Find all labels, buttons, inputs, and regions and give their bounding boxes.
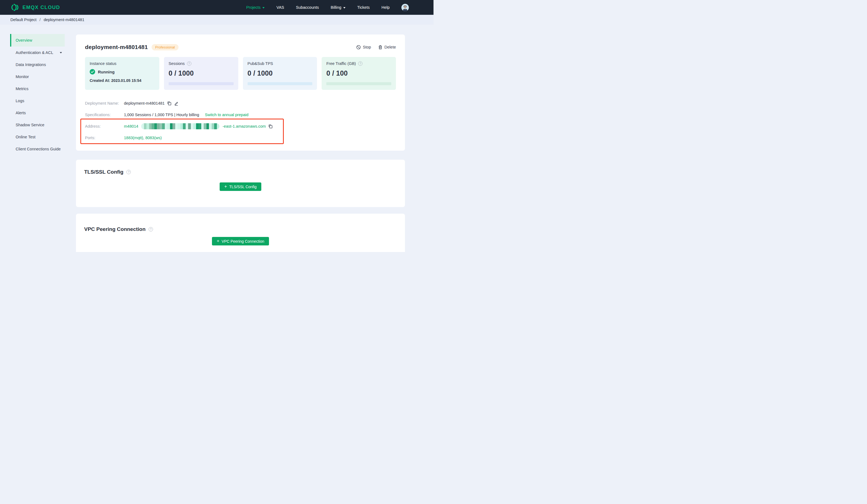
deployment-name-value: deployment-m4801481 xyxy=(124,101,164,106)
vpc-peering-title: VPC Peering Connection xyxy=(84,226,146,232)
nav-item-billing[interactable]: Billing xyxy=(331,5,345,10)
edit-icon[interactable] xyxy=(174,101,179,106)
chevron-down-icon xyxy=(263,7,265,9)
page-title: deployment-m4801481 xyxy=(85,44,148,51)
nav-item-subaccounts[interactable]: Subaccounts xyxy=(296,5,319,10)
tls-ssl-section: TLS/SSL Config ? + TLS/SSL Config xyxy=(76,160,405,207)
sessions-progress-bar xyxy=(169,82,234,85)
sidebar-nav: Overview Authentication & ACL Data Integ… xyxy=(10,25,65,155)
chevron-down-icon xyxy=(343,7,345,9)
sessions-card: Sessions ? 0 / 1000 xyxy=(164,57,238,90)
ports-label: Ports: xyxy=(85,135,124,140)
nav-item-tickets[interactable]: Tickets xyxy=(357,5,370,10)
nav-menu: Projects VAS Subaccounts Billing Tickets… xyxy=(246,4,409,11)
sessions-label: Sessions xyxy=(169,61,185,66)
delete-button[interactable]: Delete xyxy=(378,45,396,50)
plus-icon: + xyxy=(224,184,227,189)
user-avatar[interactable] xyxy=(402,4,409,11)
nav-item-help[interactable]: Help xyxy=(382,5,389,10)
deployment-name-label: Deployment Name: xyxy=(85,101,124,106)
stop-button[interactable]: Stop xyxy=(356,45,371,50)
specifications-label: Specifications: xyxy=(85,112,124,117)
specifications-value: 1,000 Sessions / 1,000 TPS | Hourly bill… xyxy=(124,112,199,117)
sidebar-item-alerts[interactable]: Alerts xyxy=(10,107,65,119)
vpc-peering-section: VPC Peering Connection ? + VPC Peering C… xyxy=(76,213,405,252)
ports-row: Ports: 1883(mqtt), 8083(ws) xyxy=(85,132,396,143)
breadcrumb-separator: / xyxy=(40,18,41,22)
specifications-row: Specifications: 1,000 Sessions / 1,000 T… xyxy=(85,109,396,121)
sessions-value: 0 / 1000 xyxy=(169,69,234,77)
sidebar-item-overview[interactable]: Overview xyxy=(10,34,65,46)
sidebar-item-metrics[interactable]: Metrics xyxy=(10,83,65,95)
emqx-logo[interactable]: EMQX CLOUD xyxy=(10,3,60,11)
instance-status-card: Instance status Running Created At: 2023… xyxy=(85,57,159,90)
sidebar-item-authentication-acl[interactable]: Authentication & ACL xyxy=(10,46,65,59)
add-tls-ssl-config-button[interactable]: + TLS/SSL Config xyxy=(220,183,261,191)
brand-name: EMQX CLOUD xyxy=(22,5,60,10)
help-icon[interactable]: ? xyxy=(126,170,131,174)
free-traffic-progress-bar xyxy=(326,82,391,85)
stop-icon xyxy=(356,45,361,50)
deployment-overview-card: deployment-m4801481 Professional Stop xyxy=(76,34,405,151)
add-vpc-peering-button[interactable]: + VPC Peering Connection xyxy=(212,237,269,245)
free-traffic-label: Free Traffic (GB) xyxy=(326,61,356,66)
sidebar-item-client-connections-guide[interactable]: Client Connections Guide xyxy=(10,143,65,155)
copy-icon[interactable] xyxy=(167,101,172,106)
plan-badge: Professional xyxy=(152,44,179,51)
breadcrumb: Default Project / deployment-m4801481 xyxy=(0,15,434,25)
deployment-name-row: Deployment Name: deployment-m4801481 xyxy=(85,98,396,109)
address-row: Address: m48014 -east-1.amazonaws.com xyxy=(85,121,396,132)
address-label: Address: xyxy=(85,124,124,129)
created-at-text: Created At: 2023.01.05 15:54 xyxy=(90,78,154,83)
breadcrumb-current: deployment-m4801481 xyxy=(44,18,84,22)
chevron-down-icon xyxy=(60,52,62,53)
check-circle-icon xyxy=(90,69,95,75)
emqx-logo-icon xyxy=(10,3,20,11)
pubsub-tps-label: Pub&Sub TPS xyxy=(248,61,273,66)
ports-value: 1883(mqtt), 8083(ws) xyxy=(124,135,162,140)
free-traffic-value: 0 / 100 xyxy=(326,69,391,77)
nav-item-vas[interactable]: VAS xyxy=(276,5,284,10)
nav-item-projects[interactable]: Projects xyxy=(246,5,265,10)
sidebar-item-data-integrations[interactable]: Data Integrations xyxy=(10,59,65,71)
pubsub-tps-progress-bar xyxy=(248,82,313,85)
sidebar-item-logs[interactable]: Logs xyxy=(10,95,65,107)
sidebar-item-monitor[interactable]: Monitor xyxy=(10,71,65,83)
trash-icon xyxy=(378,45,383,50)
top-navbar: EMQX CLOUD Projects VAS Subaccounts Bill… xyxy=(0,0,434,15)
status-badge: Running xyxy=(98,69,115,74)
address-suffix: -east-1.amazonaws.com xyxy=(222,124,266,129)
tls-ssl-title: TLS/SSL Config xyxy=(84,169,124,175)
plus-icon: + xyxy=(217,238,220,244)
instance-status-label: Instance status xyxy=(90,61,154,66)
breadcrumb-project[interactable]: Default Project xyxy=(10,18,36,22)
copy-icon[interactable] xyxy=(268,124,273,129)
help-icon[interactable]: ? xyxy=(187,61,191,66)
redacted-address-mosaic xyxy=(141,123,220,129)
switch-annual-prepaid-link[interactable]: Switch to annual prepaid xyxy=(205,112,248,117)
sidebar-item-online-test[interactable]: Online Test xyxy=(10,131,65,143)
address-prefix: m48014 xyxy=(124,124,138,129)
sidebar-item-shadow-service[interactable]: Shadow Service xyxy=(10,119,65,131)
pubsub-tps-card: Pub&Sub TPS 0 / 1000 xyxy=(243,57,317,90)
pubsub-tps-value: 0 / 1000 xyxy=(248,69,313,77)
help-icon[interactable]: ? xyxy=(358,61,363,66)
free-traffic-card: Free Traffic (GB) ? 0 / 100 xyxy=(322,57,396,90)
help-icon[interactable]: ? xyxy=(149,227,153,231)
